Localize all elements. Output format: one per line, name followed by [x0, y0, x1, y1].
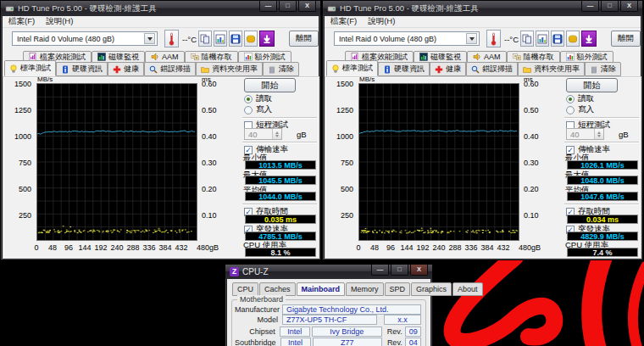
cpuz-tab-spd[interactable]: SPD [385, 282, 411, 296]
save-button[interactable] [551, 31, 564, 47]
tab-label: 標準測試 [342, 63, 373, 74]
start-button[interactable]: 開始 [566, 78, 618, 92]
cpuz-tab-mainboard[interactable]: Mainboard [297, 282, 346, 296]
exit-button[interactable]: 離開 [289, 31, 319, 47]
spinner-arrows-icon[interactable] [594, 129, 603, 139]
axis-tick: 0.40 [524, 132, 539, 141]
close-button[interactable]: X [298, 1, 316, 12]
tab-folder-usage[interactable]: 資料夾使用率 [518, 62, 585, 76]
export-button[interactable] [244, 31, 258, 47]
minimize-button[interactable]: — [259, 1, 277, 12]
axis-tick: 1000 [4, 132, 31, 141]
cpuz-tab-caches[interactable]: Caches [259, 282, 296, 296]
separator [242, 142, 317, 143]
tab-error-scan[interactable]: 錯誤掃描 [466, 62, 518, 76]
save-button[interactable] [229, 31, 242, 47]
cpuz-tab-cpu[interactable]: CPU [232, 282, 258, 296]
cpuz-tab-memory[interactable]: Memory [346, 282, 384, 296]
tab-extra-tests[interactable]: 額外測試 [560, 51, 613, 63]
download-button[interactable] [259, 31, 275, 47]
tab-health[interactable]: 健康 [430, 62, 466, 76]
chevron-down-icon [466, 33, 477, 44]
axis-tick: 480gB [515, 243, 544, 252]
axis-tick: 0.20 [524, 185, 539, 193]
export-icon [568, 34, 578, 44]
tab-erase[interactable]: 清除 [585, 62, 621, 76]
tab-benchmark[interactable]: 標準測試 [4, 60, 56, 76]
tab-disk-monitor[interactable]: 磁碟監視 [92, 51, 145, 63]
cpuz-app-icon: Z [230, 267, 239, 276]
hdtune-titlebar[interactable]: HD Tune Pro 5.00 - 硬碟檢測-維護工具 — □ X [1, 1, 320, 16]
spinner-arrows-icon[interactable] [272, 129, 281, 139]
read-radio[interactable]: 讀取 [244, 94, 272, 103]
download-icon [262, 34, 272, 44]
exit-button[interactable]: 離開 [611, 31, 641, 47]
tab-benchmark[interactable]: 標準測試 [326, 60, 378, 76]
cpuz-tab-about[interactable]: About [452, 282, 483, 296]
cpuz-tab-graphics[interactable]: Graphics [411, 282, 452, 296]
axis-tick: 750 [326, 159, 353, 167]
maximize-button[interactable]: □ [601, 1, 619, 12]
short-stroke-size-value: 40 [570, 130, 580, 139]
menu-file[interactable]: 檔案(F) [8, 16, 35, 27]
download-button[interactable] [581, 31, 597, 47]
short-stroke-size-value: 40 [248, 130, 258, 139]
manufacturer-value: Gigabyte Technology Co., Ltd. [282, 304, 421, 315]
tab-random-access[interactable]: 隨機存取 [185, 51, 238, 63]
menu-help[interactable]: 說明(H) [368, 16, 395, 27]
temperature-button[interactable] [486, 30, 501, 47]
cpuz-titlebar[interactable]: Z CPU-Z — □ X [225, 265, 432, 279]
menu-help[interactable]: 說明(H) [46, 16, 73, 27]
tab-random-access[interactable]: 隨機存取 [507, 51, 560, 63]
write-radio[interactable]: 寫入 [244, 105, 272, 114]
minimize-button[interactable]: — [371, 265, 389, 276]
random-access-icon [513, 53, 521, 61]
tab-aam[interactable]: AAM [145, 51, 185, 63]
tab-disk-info[interactable]: 硬碟資訊 [56, 62, 108, 76]
start-button[interactable]: 開始 [244, 78, 296, 92]
drive-select[interactable]: Intel Raid 0 Volume (480 gB) [334, 31, 480, 46]
copy-button[interactable] [198, 31, 212, 47]
y-axis-left-unit: MB/s [359, 75, 375, 83]
toolbar: Intel Raid 0 Volume (480 gB) --°C 離開 [325, 28, 641, 50]
write-radio[interactable]: 寫入 [566, 105, 594, 114]
copy-image-button[interactable] [214, 31, 227, 47]
menu-file[interactable]: 檔案(F) [330, 16, 357, 27]
chipset-rev-value: 09 [405, 326, 421, 337]
tab-disk-monitor[interactable]: 磁碟監視 [414, 51, 467, 63]
temperature-button[interactable] [164, 30, 179, 47]
tab-extra-tests[interactable]: 額外測試 [238, 51, 291, 63]
radio-selected-icon [244, 95, 253, 103]
tab-disk-info[interactable]: 硬碟資訊 [378, 62, 430, 76]
drive-select[interactable]: Intel Raid 0 Volume (480 gB) [12, 31, 158, 46]
export-button[interactable] [566, 31, 580, 47]
short-stroke-size-input[interactable]: 40 [244, 128, 282, 140]
min-value: 1026.1 MB/s [567, 160, 638, 170]
chipset-label: Chipset [235, 327, 280, 336]
drive-select-value: Intel Raid 0 Volume (480 gB) [339, 35, 466, 43]
tab-folder-usage[interactable]: 資料夾使用率 [196, 62, 263, 76]
hdtune-titlebar[interactable]: HD Tune Pro 5.00 - 硬碟檢測-維護工具 — □ X [323, 1, 642, 16]
extra-tests-icon [566, 53, 575, 61]
hdtune-window-title: HD Tune Pro 5.00 - 硬碟檢測-維護工具 [18, 3, 256, 14]
copy-image-button[interactable] [536, 31, 549, 47]
close-button[interactable]: X [620, 1, 638, 12]
tab-erase[interactable]: 清除 [263, 62, 299, 76]
axis-tick: 500 [4, 185, 31, 193]
short-stroke-size-input[interactable]: 40 [566, 128, 604, 140]
close-button[interactable]: X [410, 265, 428, 276]
minimize-button[interactable]: — [581, 1, 599, 12]
southbridge-rev-label: Rev. [387, 338, 402, 346]
motherboard-group: Motherboard Manufacturer Gigabyte Techno… [231, 299, 426, 346]
export-icon [246, 34, 256, 44]
tab-health[interactable]: 健康 [108, 62, 144, 76]
maximize-button[interactable]: □ [391, 265, 408, 276]
radio-unselected-icon [566, 106, 575, 114]
axis-tick: 0.60 [202, 80, 217, 88]
tab-aam[interactable]: AAM [467, 51, 507, 63]
copy-button[interactable] [520, 31, 534, 47]
axis-tick: 750 [4, 159, 31, 167]
maximize-button[interactable]: □ [279, 1, 297, 12]
read-radio[interactable]: 讀取 [566, 94, 594, 103]
tab-error-scan[interactable]: 錯誤掃描 [144, 62, 196, 76]
